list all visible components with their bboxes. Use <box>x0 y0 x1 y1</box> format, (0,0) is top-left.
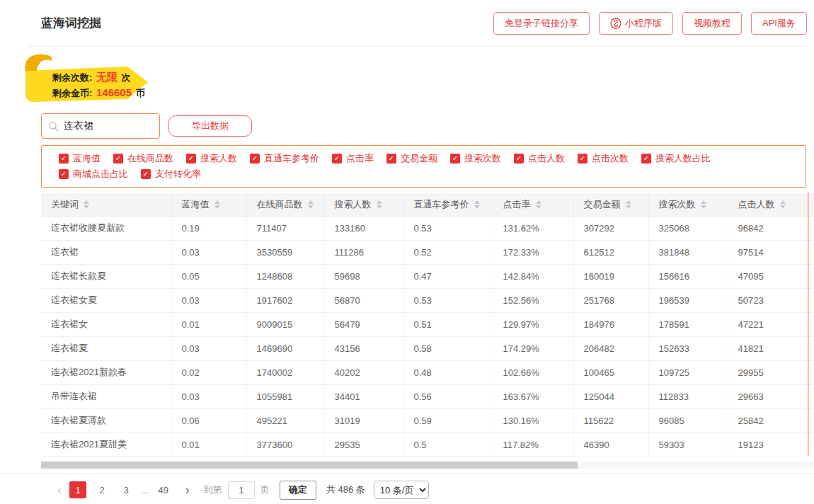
checkbox-checked-icon <box>450 154 460 164</box>
table-row: 连衣裙2021夏甜美0.013773600295350.5117.82%4639… <box>41 433 814 457</box>
cell: 0.58 <box>403 336 493 360</box>
sort-icon[interactable] <box>701 200 706 209</box>
cell: 112833 <box>648 384 728 408</box>
confirm-button[interactable]: 确定 <box>280 481 316 500</box>
filter-checkbox-click-users[interactable]: 点击人数 <box>514 151 565 166</box>
column-header-click-users[interactable]: 点击人数 <box>728 193 807 216</box>
sort-icon[interactable] <box>474 200 480 209</box>
cell: 97514 <box>728 240 807 264</box>
page-size-select[interactable]: 10 条/页 <box>374 481 429 499</box>
cell: 0.03 <box>171 240 246 264</box>
cell-keyword: 连衣裙夏薄款 <box>41 408 171 433</box>
next-page-icon[interactable]: › <box>181 483 194 496</box>
column-filter-box: 蓝海值 在线商品数 搜索人数 直通车参考价 点击率 交易金额 搜索次数 点击人数… <box>41 145 806 188</box>
sort-icon[interactable] <box>84 200 89 209</box>
cell: 111286 <box>324 240 403 264</box>
cell: 133160 <box>324 216 403 240</box>
column-header-keyword[interactable]: 关键词 <box>41 193 171 216</box>
miniprogram-button[interactable]: 小程序版 <box>599 12 673 35</box>
sort-icon[interactable] <box>780 200 786 209</box>
cell: 0.19 <box>171 216 246 240</box>
page-number-1[interactable]: 1 <box>69 481 86 498</box>
checkbox-checked-icon <box>186 154 196 164</box>
sort-icon[interactable] <box>626 200 631 209</box>
prev-page-icon[interactable]: ‹ <box>53 483 66 496</box>
cell: 184976 <box>573 312 648 336</box>
page-number-3[interactable]: 3 <box>117 481 134 498</box>
filter-checkbox-gmv[interactable]: 交易金额 <box>386 151 437 166</box>
sort-icon[interactable] <box>377 200 382 209</box>
cell: 0.56 <box>403 384 493 408</box>
quota-times-value: 无限 <box>95 71 119 83</box>
cell: 3530559 <box>246 240 324 264</box>
cell: 117.82% <box>493 433 573 457</box>
column-header-ctr[interactable]: 点击率 <box>493 193 573 216</box>
quota-coins-unit: 币 <box>136 88 145 98</box>
cell: 31019 <box>324 408 403 433</box>
cell: 100465 <box>573 360 648 384</box>
cell: 160019 <box>573 264 648 288</box>
cell: 56870 <box>324 288 403 312</box>
cell: 0.01 <box>171 312 246 336</box>
filter-checkbox-ztc-price[interactable]: 直通车参考价 <box>250 151 319 166</box>
keyword-search-input[interactable] <box>64 120 149 132</box>
checkbox-checked-icon <box>332 154 342 164</box>
cell: 612512 <box>573 240 648 264</box>
sort-icon[interactable] <box>308 200 314 209</box>
filter-checkbox-pay-conversion[interactable]: 支付转化率 <box>141 166 201 182</box>
table-row: 连衣裙2021新款春0.021740002402020.48102.66%100… <box>41 360 814 384</box>
video-tutorial-button[interactable]: 视频教程 <box>682 12 742 35</box>
column-header-search-users[interactable]: 搜索人数 <box>324 193 403 216</box>
filter-checkbox-click-count[interactable]: 点击次数 <box>578 151 629 166</box>
keyword-search-box[interactable] <box>41 113 160 139</box>
share-link-button[interactable]: 免登录子链接分享 <box>493 12 590 35</box>
column-header-ztc-price[interactable]: 直通车参考价 <box>403 193 493 216</box>
page-number-2[interactable]: 2 <box>93 481 110 498</box>
column-header-search-count[interactable]: 搜索次数 <box>648 193 728 216</box>
checkbox-checked-icon <box>578 154 587 164</box>
search-icon <box>48 121 59 132</box>
cell-keyword: 连衣裙2021新款春 <box>41 360 171 384</box>
cell: 174.29% <box>493 336 573 360</box>
filter-checkbox-search-count[interactable]: 搜索次数 <box>450 151 501 166</box>
cell: 109725 <box>648 360 728 384</box>
quota-ribbon: 剩余次数: 无限 次 剩余金币: 146605 币 <box>20 50 161 112</box>
cell: 129.97% <box>493 312 573 336</box>
cell: 1055981 <box>246 384 324 408</box>
column-header-gmv[interactable]: 交易金额 <box>573 193 648 216</box>
pagination-bar: ‹ 1 2 3 ... 49 › 到第 页 确定 共 486 条 10 条/页 <box>0 473 814 504</box>
filter-checkbox-blue-ocean-value[interactable]: 蓝海值 <box>59 151 101 166</box>
cell: 196539 <box>648 288 728 312</box>
horizontal-scrollbar[interactable] <box>41 462 814 469</box>
filter-checkbox-search-user-ratio[interactable]: 搜索人数占比 <box>641 151 711 166</box>
cell: 25842 <box>728 408 807 433</box>
cell: 0.5 <box>403 433 493 457</box>
filter-checkbox-ctr[interactable]: 点击率 <box>332 151 374 166</box>
cell: 130.16% <box>493 408 573 433</box>
page-number-49[interactable]: 49 <box>155 481 172 498</box>
sort-icon[interactable] <box>536 200 541 209</box>
export-data-button[interactable]: 导出数据 <box>168 115 252 137</box>
quota-times-line: 剩余次数: 无限 次 <box>52 69 145 85</box>
filter-checkbox-online-products[interactable]: 在线商品数 <box>113 151 173 166</box>
column-header-online-products[interactable]: 在线商品数 <box>246 193 324 216</box>
horizontal-scrollbar-thumb[interactable] <box>41 462 578 469</box>
table-right-edge <box>808 193 809 456</box>
cell: 3773600 <box>246 433 324 457</box>
page: 蓝海词挖掘 免登录子链接分享 小程序版 视频教程 API服务 <box>0 0 814 504</box>
table-row: 吊带连衣裙0.031055981344010.56163.67%12504411… <box>41 384 814 408</box>
table-row: 连衣裙女0.019009015564790.51129.97%184976178… <box>41 312 814 336</box>
cell: 56479 <box>324 312 403 336</box>
checkbox-checked-icon <box>113 154 123 164</box>
table-row: 连衣裙夏薄款0.06495221310190.59130.16%11562296… <box>41 408 814 433</box>
keyword-table: 关键词 蓝海值 在线商品数 搜索人数 直通车参考价 点击率 交易金额 搜索次数 … <box>41 193 814 457</box>
sort-icon[interactable] <box>214 200 220 209</box>
filter-checkbox-search-users[interactable]: 搜索人数 <box>186 151 237 166</box>
share-link-label: 免登录子链接分享 <box>505 17 578 30</box>
column-header-blue-ocean-value[interactable]: 蓝海值 <box>171 193 246 216</box>
cell: 41821 <box>728 336 807 360</box>
goto-page-input[interactable] <box>228 481 255 499</box>
api-service-button[interactable]: API服务 <box>751 12 807 35</box>
goto-page-suffix: 页 <box>260 483 270 496</box>
filter-checkbox-mall-click-ratio[interactable]: 商城点击占比 <box>59 166 128 182</box>
